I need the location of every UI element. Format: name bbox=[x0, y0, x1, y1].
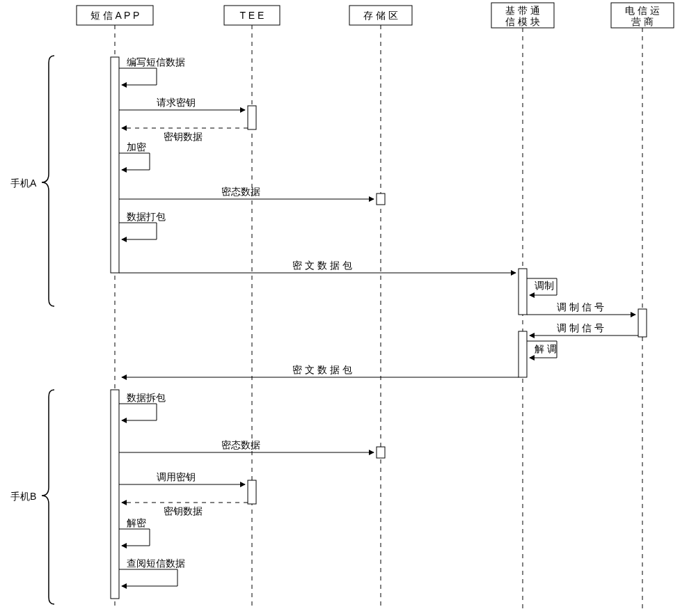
phone-b-label: 手机B bbox=[10, 491, 36, 502]
brace-phone-a: 手机A bbox=[10, 56, 54, 306]
msg-cipher-pkt-a: 密 文 数 据 包 bbox=[119, 260, 516, 273]
msg-cipher-pkt-b-label: 密 文 数 据 包 bbox=[292, 364, 352, 375]
msg-cipher-pkt-b: 密 文 数 据 包 bbox=[122, 364, 519, 377]
participant-baseband-label2: 信 模 块 bbox=[505, 16, 540, 27]
participant-carrier-label1: 电 信 运 bbox=[625, 5, 660, 16]
participant-app: 短 信 A P P bbox=[77, 6, 153, 25]
participant-app-label: 短 信 A P P bbox=[90, 10, 140, 21]
participant-tee: T E E bbox=[224, 6, 280, 25]
phone-a-label: 手机A bbox=[10, 177, 37, 189]
msg-invoke-key: 调用密钥 bbox=[119, 471, 245, 484]
msg-unpack-label: 数据拆包 bbox=[127, 392, 166, 403]
msg-request-key-label: 请求密钥 bbox=[157, 97, 196, 108]
msg-mod-signal-from-carrier: 调 制 信 号 bbox=[530, 322, 638, 335]
msg-mod-signal-to-carrier-label: 调 制 信 号 bbox=[557, 301, 604, 313]
msg-unpack: 数据拆包 bbox=[119, 392, 166, 420]
participant-baseband: 基 带 通 信 模 块 bbox=[491, 3, 554, 28]
msg-cipher-state-a: 密态数据 bbox=[119, 186, 374, 199]
msg-key-data-b-label: 密钥数据 bbox=[164, 505, 203, 516]
msg-modulate: 调制 bbox=[527, 278, 557, 295]
msg-invoke-key-label: 调用密钥 bbox=[157, 471, 196, 482]
activation-carrier bbox=[638, 309, 647, 337]
msg-encrypt: 加密 bbox=[119, 141, 150, 170]
msg-mod-signal-from-carrier-label: 调 制 信 号 bbox=[557, 322, 604, 333]
participant-carrier-label2: 营 商 bbox=[631, 16, 654, 27]
msg-mod-signal-to-carrier: 调 制 信 号 bbox=[527, 301, 635, 315]
brace-phone-b: 手机B bbox=[10, 390, 54, 604]
msg-pack-label: 数据打包 bbox=[127, 211, 166, 222]
msg-key-data-b: 密钥数据 bbox=[122, 503, 248, 516]
activation-tee-a bbox=[248, 106, 256, 129]
msg-modulate-label: 调制 bbox=[535, 280, 554, 291]
activation-storage-b bbox=[377, 447, 385, 458]
activation-tee-b bbox=[248, 480, 256, 504]
activation-app-a bbox=[111, 57, 119, 273]
msg-cipher-state-a-label: 密态数据 bbox=[221, 186, 260, 197]
msg-decrypt: 解密 bbox=[119, 517, 150, 546]
activation-baseband-b bbox=[519, 331, 527, 377]
msg-demodulate-label: 解 调 bbox=[535, 343, 557, 354]
participant-storage: 存 储 区 bbox=[349, 6, 412, 25]
msg-encrypt-label: 加密 bbox=[127, 141, 146, 152]
msg-cipher-pkt-a-label: 密 文 数 据 包 bbox=[292, 260, 352, 271]
msg-key-data-a-label: 密钥数据 bbox=[164, 131, 203, 142]
participant-baseband-label1: 基 带 通 bbox=[505, 5, 540, 16]
activation-baseband-a bbox=[519, 269, 527, 315]
msg-key-data-a: 密钥数据 bbox=[122, 128, 248, 142]
participant-storage-label: 存 储 区 bbox=[363, 10, 398, 21]
msg-view: 查阅短信数据 bbox=[119, 558, 185, 586]
msg-decrypt-label: 解密 bbox=[127, 517, 146, 528]
msg-cipher-state-b-label: 密态数据 bbox=[221, 439, 260, 450]
msg-compose: 编写短信数据 bbox=[119, 56, 185, 85]
activation-app-b bbox=[111, 390, 119, 599]
participant-tee-label: T E E bbox=[240, 10, 264, 21]
participant-carrier: 电 信 运 营 商 bbox=[611, 3, 674, 28]
msg-view-label: 查阅短信数据 bbox=[127, 558, 185, 569]
msg-request-key: 请求密钥 bbox=[119, 97, 245, 110]
msg-compose-label: 编写短信数据 bbox=[127, 56, 185, 68]
msg-demodulate: 解 调 bbox=[527, 341, 557, 358]
msg-cipher-state-b: 密态数据 bbox=[119, 439, 374, 452]
msg-pack: 数据打包 bbox=[119, 211, 166, 239]
activation-storage-a bbox=[377, 194, 385, 205]
